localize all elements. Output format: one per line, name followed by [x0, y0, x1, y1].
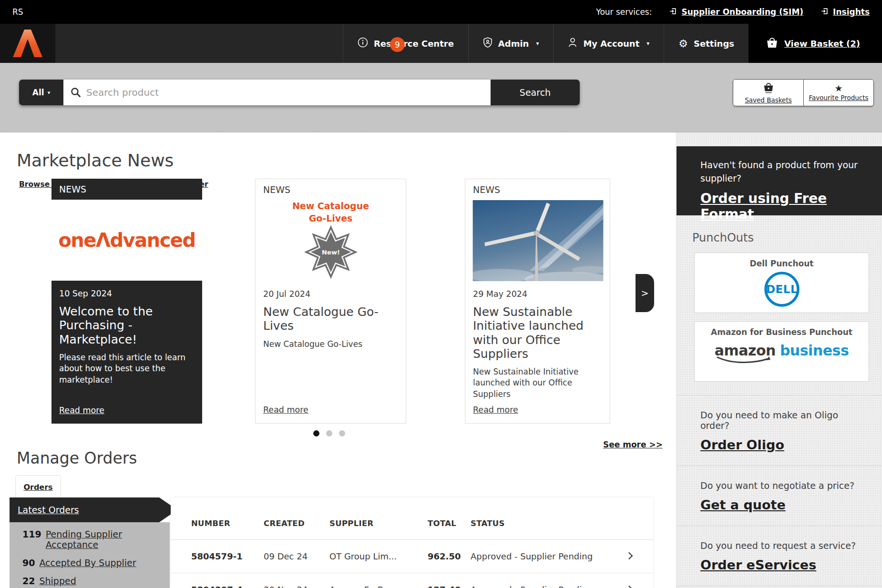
amazon-punchout-card[interactable]: Amazon for Business Punchout amazon busi…: [694, 321, 869, 382]
news-title: Welcome to the Purchasing - Marketplace!: [59, 304, 195, 346]
link-insights[interactable]: Insights: [820, 7, 870, 17]
news-card[interactable]: NEWS New Catalogue Go-Lives New! 20 Jul …: [255, 179, 406, 424]
amazon-smile-icon: [716, 356, 773, 365]
star-icon: ★: [834, 84, 842, 92]
gear-icon: ⚙: [678, 38, 688, 50]
services-label: Your services:: [596, 7, 652, 17]
quote-question: Do you want to negotiate a price?: [700, 480, 863, 491]
svg-text:DELL: DELL: [766, 283, 797, 295]
search-input[interactable]: [63, 80, 491, 105]
col-header-status: STATUS: [471, 519, 653, 539]
news-card[interactable]: NEWS oneΛdvanced 10 Sep 2024 Welcome to …: [51, 179, 202, 424]
brand-logo[interactable]: [0, 24, 55, 63]
orders-table: NUMBER CREATED SUPPLIER TOTAL STATUS 580…: [171, 497, 653, 588]
nav-resource-centre[interactable]: Resource Centre: [343, 24, 468, 63]
tab-orders[interactable]: Orders: [15, 475, 61, 498]
nav-admin[interactable]: Admin ▾: [468, 24, 554, 63]
carousel-next-button[interactable]: >: [636, 274, 654, 312]
link-supplier-onboarding[interactable]: Supplier Onboarding (SIM): [669, 7, 803, 17]
nav-settings-label: Settings: [694, 39, 734, 49]
news-date: 10 Sep 2024: [59, 289, 195, 298]
nav-settings[interactable]: ⚙ Settings: [664, 24, 749, 63]
punchouts-heading: PunchOuts: [692, 231, 882, 244]
news-date: 20 Jul 2024: [263, 289, 398, 299]
search-button[interactable]: Search: [491, 80, 580, 105]
nav-resource-centre-label: Resource Centre: [374, 39, 454, 49]
external-link-icon: [669, 7, 677, 17]
order-supplier: AmazonForB...: [329, 585, 428, 588]
col-header-total: TOTAL: [428, 519, 471, 539]
eservices-question: Do you need to request a service?: [700, 540, 863, 551]
search-category-dropdown[interactable]: All ▾: [19, 80, 63, 105]
order-oligo-link[interactable]: Order Oligo: [700, 437, 784, 452]
external-link-icon: [820, 7, 829, 17]
eservices-prompt: Do you need to request a service? Order …: [677, 526, 882, 586]
search-category-label: All: [32, 88, 44, 97]
order-status: Approved - Supplier Pending: [471, 585, 653, 588]
orders-table-header: NUMBER CREATED SUPPLIER TOTAL STATUS: [171, 497, 653, 540]
carousel-dots: [313, 430, 345, 436]
free-format-panel: Haven't found a product from your suppli…: [677, 146, 882, 215]
link-supplier-onboarding-label: Supplier Onboarding (SIM): [681, 7, 803, 17]
favourite-products-label: Favourite Products: [809, 94, 868, 101]
order-created: 09 Dec 24: [264, 551, 329, 561]
order-total: 127.40: [428, 585, 471, 588]
main-navbar: 9 Resource Centre Admin ▾ My Account ▾ ⚙…: [0, 24, 882, 63]
nav-admin-label: Admin: [498, 39, 529, 49]
table-row[interactable]: 5804579-1 09 Dec 24 OT Group Lim... 962.…: [171, 540, 653, 573]
oligo-question: Do you need to make an Oligo order?: [700, 410, 863, 431]
news-title: New Catalogue Go-Lives: [263, 305, 398, 333]
filter-row: 90 Accepted By Supplier: [22, 558, 170, 568]
filter-pending-supplier-acceptance[interactable]: Pending Supplier Acceptance: [46, 529, 170, 550]
order-eservices-link[interactable]: Order eServices: [700, 558, 816, 572]
col-header-supplier: SUPPLIER: [329, 519, 428, 539]
basket-icon: [763, 82, 774, 95]
order-supplier: OT Group Lim...: [329, 551, 428, 561]
quick-buttons: Saved Baskets ★ Favourite Products: [733, 79, 874, 106]
get-a-quote-link[interactable]: Get a quote: [700, 497, 786, 512]
news-tag: NEWS: [256, 179, 406, 200]
services-area: Your services: Supplier Onboarding (SIM)…: [596, 7, 870, 17]
favourite-products-button[interactable]: ★ Favourite Products: [803, 80, 873, 106]
filter-row: 119 Pending Supplier Acceptance: [22, 529, 170, 550]
latest-orders-link[interactable]: Latest Orders: [18, 505, 79, 515]
saved-baskets-button[interactable]: Saved Baskets: [733, 80, 803, 106]
news-date: 29 May 2024: [473, 289, 602, 299]
filter-count: 22: [22, 576, 35, 586]
carousel-dot[interactable]: [326, 430, 332, 436]
search-input-wrap: [63, 80, 491, 105]
table-row[interactable]: 5804307-4 20 Nov 24 AmazonForB... 127.40…: [171, 573, 653, 588]
search-group: All ▾ Search: [19, 80, 580, 105]
dell-punchout-card[interactable]: Dell Punchout DELL: [694, 253, 869, 313]
top-utility-bar: RS Your services: Supplier Onboarding (S…: [0, 0, 882, 24]
carousel-dot[interactable]: [313, 430, 319, 436]
read-more-link[interactable]: Read more: [473, 405, 518, 415]
order-free-format-link[interactable]: Order using Free Format: [700, 191, 863, 222]
news-card-image: [465, 200, 610, 281]
chevron-down-icon: ▾: [48, 90, 51, 96]
news-card[interactable]: NEWS 29 May 2024 New Sustainabl: [465, 179, 610, 424]
see-more-link[interactable]: See more >>: [603, 440, 663, 449]
read-more-link[interactable]: Read more: [59, 406, 104, 415]
search-icon: [71, 87, 81, 100]
read-more-link[interactable]: Read more: [263, 405, 308, 415]
carousel-dot[interactable]: [339, 430, 345, 436]
order-number: 5804579-1: [191, 551, 264, 561]
filter-accepted-by-supplier[interactable]: Accepted By Supplier: [39, 558, 136, 568]
chevron-down-icon: ▾: [646, 40, 649, 47]
view-basket-button[interactable]: View Basket (2): [749, 24, 882, 63]
nav-my-account-label: My Account: [583, 39, 639, 49]
nav-my-account[interactable]: My Account ▾: [553, 24, 664, 63]
nav-items: Resource Centre Admin ▾ My Account ▾ ⚙ S…: [343, 24, 882, 63]
order-filters-panel: 119 Pending Supplier Acceptance 90 Accep…: [10, 522, 170, 588]
marketplace-news-heading: Marketplace News: [17, 151, 174, 170]
notification-badge[interactable]: 9: [390, 37, 405, 52]
search-band: All ▾ Search Saved Baskets ★ Favourite P…: [0, 63, 882, 132]
filter-count: 90: [22, 558, 35, 568]
order-number: 5804307-4: [191, 585, 264, 588]
filter-shipped[interactable]: Shipped: [39, 576, 76, 586]
amazon-business-logo: amazon business: [695, 344, 869, 358]
oligo-prompt: Do you need to make an Oligo order? Orde…: [677, 395, 882, 466]
news-description: Please read this article to learn about …: [59, 352, 195, 385]
filter-count: 119: [22, 529, 41, 539]
